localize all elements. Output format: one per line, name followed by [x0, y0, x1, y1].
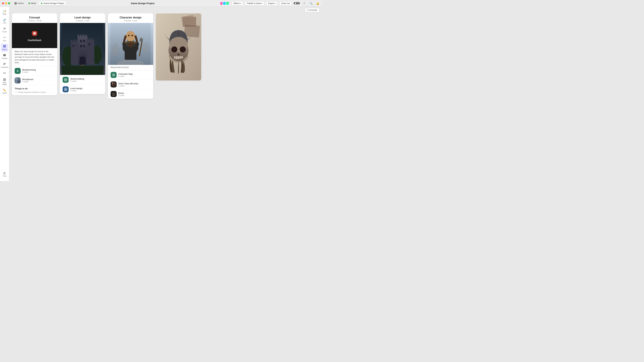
notification-badge[interactable]: 📋 21 [294, 2, 300, 4]
draw-icon: ✏️ [3, 89, 6, 92]
leveldesign-icon [62, 86, 69, 92]
leveldesign-sub-text: Level design 0 cards [70, 87, 102, 92]
export-button[interactable]: Export [266, 1, 277, 5]
svg-point-60 [112, 43, 119, 56]
svg-point-89 [171, 46, 177, 52]
maximize-button[interactable] [8, 2, 10, 4]
chevron-down-icon [240, 2, 241, 4]
sidebar-item-note[interactable]: 📝 Note [1, 8, 8, 16]
sirius-icon [110, 81, 116, 87]
sidebar-item-more[interactable]: ••• [1, 70, 8, 76]
brainstorm-icon [14, 68, 21, 74]
leveldesign-sub-count: 0 cards [70, 90, 102, 92]
todo-checkbox-1[interactable] [14, 91, 16, 93]
sidebar-item-board[interactable]: Board [1, 44, 8, 52]
svg-rect-56 [66, 88, 67, 89]
sirius-count: 0 cards [118, 85, 150, 87]
svg-rect-34 [82, 35, 84, 38]
board-icon [3, 45, 6, 48]
page-title: Game Design Project [67, 2, 218, 5]
svg-rect-58 [66, 89, 67, 91]
svg-rect-32 [78, 35, 79, 38]
svg-point-81 [114, 94, 115, 95]
svg-rect-57 [64, 89, 66, 91]
add-image-label: Add image [2, 82, 8, 85]
draw-label: Draw [2, 92, 6, 94]
svg-point-65 [128, 35, 130, 36]
content-area: 0 Unsorted Concept 2 boards, 2 cards [9, 7, 322, 181]
svg-rect-16 [34, 32, 35, 33]
charmap-item[interactable]: Character Map 0 cards [108, 70, 153, 80]
svg-rect-7 [5, 46, 6, 47]
svg-rect-91 [174, 56, 176, 59]
charmap-icon [110, 72, 116, 78]
svg-rect-8 [3, 54, 4, 56]
concept-description: Make your way through the Gozom to the M… [12, 48, 57, 66]
tab-home[interactable]: Home [13, 1, 25, 5]
tab-game-design[interactable]: Game Design Project [39, 1, 66, 5]
sidebar-item-column[interactable]: Column [1, 52, 8, 61]
search-button[interactable]: 🔍 [308, 1, 313, 6]
zoom-button[interactable]: Zoom out [280, 1, 292, 5]
editors-label: Editors [234, 2, 240, 4]
castledash-text: CastleDash [28, 39, 41, 41]
moodboard-text: Moodboard 0 cards [22, 78, 54, 83]
svg-rect-46 [72, 45, 74, 47]
sidebar-item-line[interactable]: Line [1, 35, 8, 43]
character-image [108, 23, 153, 65]
character-design-subtitle: 3 boards, 1 card [110, 20, 150, 22]
svg-point-79 [112, 93, 115, 96]
sidebar-item-todo[interactable]: To-do [1, 26, 8, 34]
svg-rect-38 [75, 40, 77, 42]
tab-work[interactable]: Work [27, 1, 38, 5]
svg-rect-92 [176, 56, 177, 59]
svg-point-66 [132, 35, 133, 36]
sidebar-item-draw[interactable]: ✏️ Draw [1, 87, 8, 95]
svg-point-76 [114, 83, 116, 84]
todo-icon [3, 27, 6, 30]
large-image-card [156, 13, 201, 80]
editors-button[interactable]: Editors [232, 1, 243, 5]
leveldesign-sub-item[interactable]: Level design 0 cards [60, 84, 105, 94]
borks-name: Borks [118, 92, 150, 94]
help-button[interactable]: ? [302, 1, 306, 6]
sidebar-item-comment[interactable]: Comment [1, 61, 8, 70]
svg-rect-37 [73, 40, 74, 42]
svg-rect-13 [3, 64, 5, 65]
sidebar-item-link[interactable]: 🔗 Link [1, 17, 8, 25]
borks-item[interactable]: Borks 0 cards [108, 89, 153, 99]
title-bar: Home Work Game Design Project Game Desig… [0, 0, 322, 7]
concept-header: Concept 2 boards, 2 cards [12, 13, 57, 23]
svg-rect-95 [182, 56, 183, 58]
link-label: Link [3, 22, 6, 24]
todo-item-1[interactable]: Create character profile for Hanna [14, 91, 54, 93]
brainstorming-item[interactable]: Brainstorming 0 cards [12, 66, 57, 76]
minimize-button[interactable] [5, 2, 7, 4]
svg-rect-19 [34, 34, 35, 35]
close-button[interactable] [2, 2, 4, 4]
notification-button[interactable]: 🔔 [315, 1, 320, 6]
worldbuilding-text: World building 0 cards [70, 78, 102, 82]
avatar-3 [226, 1, 230, 5]
worldbuilding-icon [62, 77, 69, 83]
sirius-name: Siriis Calea (Bounty) [118, 82, 150, 85]
character-design-header: Character design 3 boards, 1 card [108, 13, 153, 23]
unsorted-button[interactable]: 0 Unsorted [305, 8, 319, 12]
svg-rect-93 [178, 56, 179, 59]
level-design-card: Level design 2 boards, 1 card [60, 13, 105, 94]
sidebar-item-trash[interactable]: 🗑 Trash [2, 170, 7, 178]
game-dot [41, 2, 42, 4]
publish-label: Publish & share [247, 2, 261, 4]
skull-helmet-illustration [156, 13, 201, 80]
svg-rect-94 [180, 56, 181, 59]
moodboard-item[interactable]: Moodboard 0 cards [12, 76, 57, 85]
brainstorming-text: Brainstorming 0 cards [22, 69, 54, 73]
sidebar-item-add-image[interactable]: 🖼 Add image [1, 77, 8, 87]
sirius-item[interactable]: Siriis Calea (Bounty) 0 cards [108, 80, 153, 89]
note-label: Note [3, 13, 6, 15]
main-layout: 📝 Note 🔗 Link To-do Line [0, 7, 322, 181]
svg-rect-6 [3, 46, 4, 47]
tab-work-label: Work [31, 2, 36, 4]
worldbuilding-item[interactable]: World building 0 cards [60, 75, 105, 84]
publish-share-button[interactable]: Publish & share [245, 1, 264, 5]
